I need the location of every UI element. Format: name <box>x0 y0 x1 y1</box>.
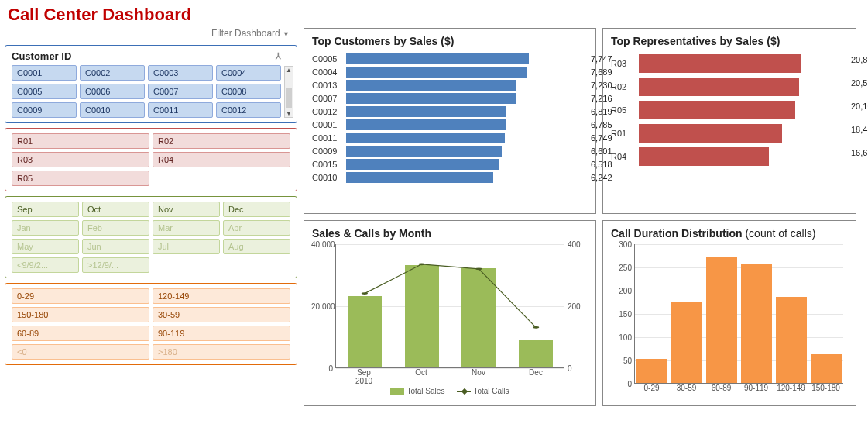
slicer-chip[interactable]: C0007 <box>148 84 213 99</box>
panel-title-call-duration: Call Duration Distribution (count of cal… <box>611 227 848 240</box>
xlabel: Nov <box>450 368 507 377</box>
bar-customer: C00016,785 <box>312 118 588 131</box>
slicer-chip[interactable]: 0-29 <box>12 288 149 304</box>
bar-sales <box>461 268 496 367</box>
slicer-chip[interactable]: C0003 <box>148 65 213 81</box>
slicer-chip[interactable]: 90-119 <box>153 326 290 341</box>
slicer-chip[interactable]: 150-180 <box>12 307 149 322</box>
slicer-chip[interactable]: 30-59 <box>153 307 290 322</box>
svg-point-3 <box>533 326 539 329</box>
filter-dashboard-label: Filter Dashboard <box>211 28 280 39</box>
xlabel: 30-59 <box>669 384 704 392</box>
panel-title-sales-calls: Sales & Calls by Month <box>312 227 588 240</box>
bar-label: C0004 <box>312 67 346 77</box>
slicer-chip[interactable]: C0005 <box>12 84 77 99</box>
bar-customer: C00096,601 <box>312 144 588 157</box>
legend-swatch-sales <box>390 388 404 395</box>
bar-customer: C00156,518 <box>312 157 588 171</box>
slicer-chip[interactable]: R03 <box>12 152 149 167</box>
slicer-chip[interactable]: C0012 <box>216 102 281 118</box>
bar-duration <box>811 354 842 383</box>
ytick-right: 200 <box>568 302 588 311</box>
slicer-chip[interactable]: Feb <box>82 220 149 236</box>
clear-filter-icon[interactable]: ⅄ <box>276 51 281 61</box>
slicer-chip[interactable]: C0008 <box>216 84 281 99</box>
panel-sales-calls: Sales & Calls by Month 020,00040,0000200… <box>304 220 596 406</box>
slicer-chip[interactable]: Jun <box>82 239 149 254</box>
slicer-chip[interactable]: R04 <box>153 152 290 167</box>
slicer-chip[interactable]: >180 <box>153 344 290 360</box>
bar-customer: C00106,242 <box>312 171 588 184</box>
panel-call-duration: Call Duration Distribution (count of cal… <box>602 220 856 406</box>
bar-duration <box>776 297 807 383</box>
slicer-chip[interactable]: Dec <box>223 202 290 217</box>
bar-value: 20,872 <box>851 54 868 65</box>
panel-top-reps: Top Representatives by Sales ($) R0320,8… <box>602 28 856 214</box>
chart-sales-calls: 020,00040,0000200400 <box>335 244 564 368</box>
slicer-chip[interactable]: Aug <box>223 239 290 254</box>
slicer-chip[interactable]: Oct <box>82 202 149 217</box>
bar-customer: C00126,819 <box>312 105 588 118</box>
slicer-chip[interactable]: C0001 <box>12 65 77 81</box>
bar-label: R02 <box>611 82 639 91</box>
bar-label: R05 <box>611 105 639 115</box>
ytick-left: 40,000 <box>311 240 333 249</box>
chart-call-duration: 050100150200250300 <box>634 244 843 384</box>
ytick: 150 <box>610 310 632 319</box>
duration-xlabels: 0-2930-5960-8990-119120-149150-180 <box>634 384 843 392</box>
call-dur-subtitle: (count of calls) <box>745 227 815 240</box>
slicer-chip[interactable]: >12/9/... <box>82 257 149 273</box>
xlabel: Oct <box>393 368 450 377</box>
ytick: 300 <box>610 240 632 249</box>
slicer-chip[interactable]: R05 <box>12 171 149 186</box>
slicer-chip[interactable]: Jul <box>153 239 220 254</box>
bar-duration <box>706 257 737 383</box>
scrollbar[interactable]: ▲ ▼ <box>284 66 293 118</box>
scroll-down-icon[interactable]: ▼ <box>286 110 292 117</box>
slicer-chip[interactable]: C0011 <box>148 102 213 118</box>
bar-label: C0013 <box>312 81 346 90</box>
slicer-chip[interactable]: Sep <box>12 202 79 217</box>
slicer-chip[interactable]: R01 <box>12 133 149 149</box>
bar-rep: R0416,651 <box>611 145 848 168</box>
filter-dashboard-link[interactable]: Filter Dashboard ▼ <box>5 28 297 39</box>
slicer-duration: 0-29120-149150-18030-5960-8990-119<0>180 <box>5 283 297 365</box>
bar-rep: R0118,415 <box>611 122 848 145</box>
slicer-chip[interactable]: C0010 <box>80 102 145 118</box>
bar-sales <box>519 340 553 367</box>
year-label: 2010 <box>335 377 393 385</box>
bar-customer: C00047,689 <box>312 65 588 78</box>
scroll-up-icon[interactable]: ▲ <box>286 67 292 74</box>
slicer-chip[interactable]: Apr <box>223 220 290 236</box>
bar-customer: C00116,749 <box>312 131 588 144</box>
slicer-chip[interactable]: C0009 <box>12 102 77 118</box>
slicer-chip[interactable]: May <box>12 239 79 254</box>
xlabel: Sep <box>335 368 393 377</box>
bar-value: 16,651 <box>851 147 868 158</box>
slicer-chip[interactable]: Jan <box>12 220 79 236</box>
bar-label: C0007 <box>312 94 346 103</box>
ytick: 200 <box>610 287 632 295</box>
bar-label: C0012 <box>312 107 346 116</box>
slicer-chip[interactable]: C0002 <box>80 65 145 81</box>
slicer-chip[interactable]: Mar <box>153 220 220 236</box>
bar-duration <box>636 359 667 383</box>
bar-rep: R0520,104 <box>611 98 848 122</box>
slicer-rep-body: R01R02R03R04R05 <box>12 133 290 186</box>
slicer-chip[interactable]: <0 <box>12 344 149 360</box>
svg-point-0 <box>362 292 368 295</box>
slicer-chip[interactable]: <9/9/2... <box>12 257 79 273</box>
bar-rep: R0320,872 <box>611 52 848 75</box>
bar-label: R03 <box>611 59 639 68</box>
slicer-chip[interactable]: C0004 <box>216 65 281 81</box>
slicer-chip[interactable]: 60-89 <box>12 326 149 341</box>
slicer-chip[interactable]: C0006 <box>80 84 145 99</box>
slicer-chip[interactable]: 120-149 <box>153 288 290 304</box>
slicer-chip[interactable]: Nov <box>153 202 220 217</box>
slicer-chip[interactable]: R02 <box>153 133 290 149</box>
bar-label: C0001 <box>312 120 346 129</box>
xlabel: 60-89 <box>704 384 739 392</box>
xlabel: 0-29 <box>634 384 669 392</box>
scroll-thumb[interactable] <box>286 88 292 108</box>
bar-label: C0010 <box>312 173 346 182</box>
